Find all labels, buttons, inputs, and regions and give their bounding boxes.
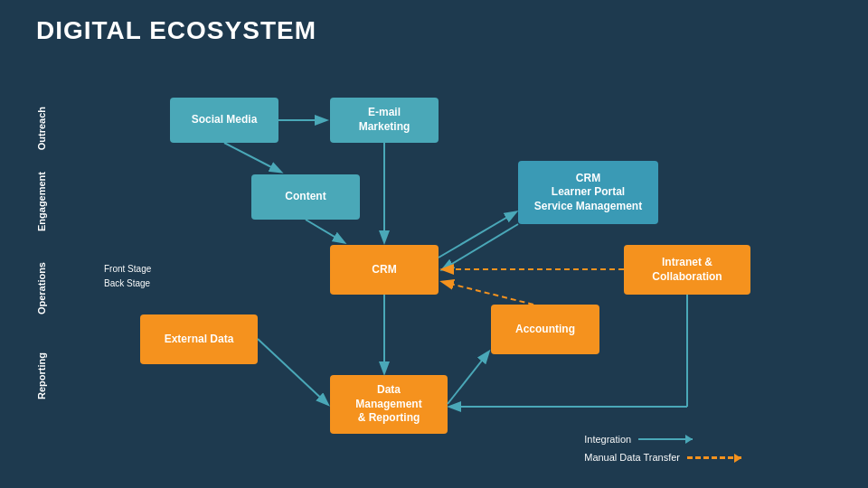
back-stage-label: Back Stage [104, 278, 150, 288]
label-operations: Operations [36, 262, 47, 314]
content-box: Content [251, 174, 360, 220]
svg-line-3 [439, 212, 515, 258]
crm-large-box [518, 161, 658, 224]
integration-line [638, 438, 693, 440]
intranet-box [624, 245, 750, 295]
integration-label: Integration [584, 434, 631, 445]
social-media-box: Social Media [170, 98, 278, 143]
svg-line-7 [448, 352, 488, 404]
external-data-box: External Data [140, 314, 258, 364]
crm-box: CRM [330, 245, 439, 295]
svg-line-4 [443, 224, 518, 269]
legend-integration: Integration [584, 434, 741, 445]
label-outreach: Outreach [36, 107, 47, 150]
front-stage-label: Front Stage [104, 264, 151, 274]
accounting-box: Accounting [491, 305, 599, 354]
svg-line-2 [306, 220, 344, 242]
svg-line-12 [224, 143, 280, 172]
data-management-box [330, 375, 448, 434]
legend: Integration Manual Data Transfer [584, 434, 741, 463]
svg-line-6 [258, 339, 327, 404]
label-engagement: Engagement [36, 172, 47, 231]
legend-manual-transfer: Manual Data Transfer [584, 452, 741, 463]
manual-transfer-line [687, 456, 741, 459]
page-title: DIGITAL ECOSYSTEM [36, 16, 316, 45]
svg-line-9 [443, 282, 533, 305]
email-marketing-box [330, 98, 439, 143]
label-reporting: Reporting [36, 352, 47, 399]
manual-transfer-label: Manual Data Transfer [584, 452, 680, 463]
